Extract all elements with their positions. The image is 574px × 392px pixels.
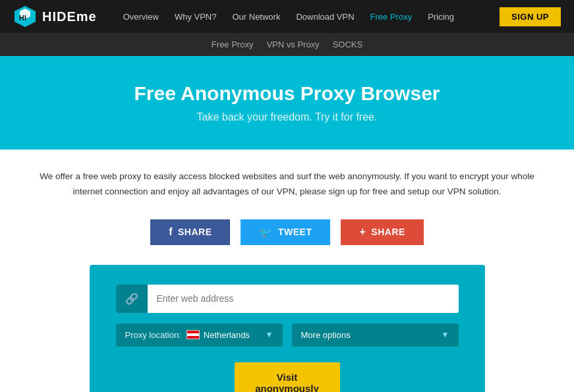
subnav-vpnvsproxy[interactable]: VPN vs Proxy [266,40,319,49]
more-options-select[interactable]: More options ▼ [292,323,459,347]
description-text: We offer a free web proxy to easily acce… [1,150,574,213]
subnav: Free Proxy VPN vs Proxy SOCKS [0,33,574,56]
nav-link-whyvpn[interactable]: Why VPN? [168,8,223,26]
url-input[interactable] [148,285,459,312]
location-value: Netherlands [204,330,262,340]
nav-link-network[interactable]: Our Network [225,8,287,26]
twitter-share-button[interactable]: 🐦 TWEET [241,219,330,245]
svg-text:HI: HI [19,14,26,22]
location-label: Proxy location: [125,330,181,340]
chevron-down-icon: ▼ [266,330,273,339]
nav-link-freeproxy[interactable]: Free Proxy [364,8,419,26]
hero-title: Free Anonymous Proxy Browser [13,82,561,105]
url-icon-box: 🔗 [116,285,148,313]
nav-links: Overview Why VPN? Our Network Download V… [117,8,500,26]
nav-link-pricing[interactable]: Pricing [421,8,461,26]
visit-anonymously-button[interactable]: Visit anonymously [235,362,340,392]
subnav-socks[interactable]: SOCKS [333,40,363,49]
google-share-label: SHARE [371,227,405,237]
logo[interactable]: HI HIDEme [13,5,97,28]
google-share-button[interactable]: + SHARE [341,219,423,245]
netherlands-flag [187,330,200,339]
proxy-box: 🔗 Proxy location: Netherlands ▼ More opt… [90,265,485,392]
logo-icon: HI [13,5,37,28]
facebook-icon: f [169,226,173,238]
url-input-wrapper: 🔗 [116,285,459,313]
hero-subtitle: Take back your freedom. Try it for free. [13,111,561,123]
facebook-share-label: SHARE [178,227,212,237]
selects-row: Proxy location: Netherlands ▼ More optio… [116,323,459,347]
nav-link-download[interactable]: Download VPN [289,8,360,26]
navbar: HI HIDEme Overview Why VPN? Our Network … [0,0,574,33]
more-options-label: More options [301,330,438,340]
share-buttons-row: f SHARE 🐦 TWEET + SHARE [0,213,574,265]
signup-button[interactable]: SIGN UP [500,7,561,26]
twitter-share-label: TWEET [278,227,312,237]
subnav-freeproxy[interactable]: Free Proxy [212,40,254,49]
facebook-share-button[interactable]: f SHARE [150,219,230,245]
google-icon: + [359,226,366,238]
link-icon: 🔗 [125,293,138,305]
chevron-down-icon-2: ▼ [442,330,449,339]
hero-section: Free Anonymous Proxy Browser Take back y… [0,56,574,150]
proxy-location-select[interactable]: Proxy location: Netherlands ▼ [116,323,283,347]
proxy-container: 🔗 Proxy location: Netherlands ▼ More opt… [0,265,574,392]
nav-link-overview[interactable]: Overview [117,8,165,26]
logo-text: HIDEme [42,9,97,24]
twitter-icon: 🐦 [259,226,273,238]
